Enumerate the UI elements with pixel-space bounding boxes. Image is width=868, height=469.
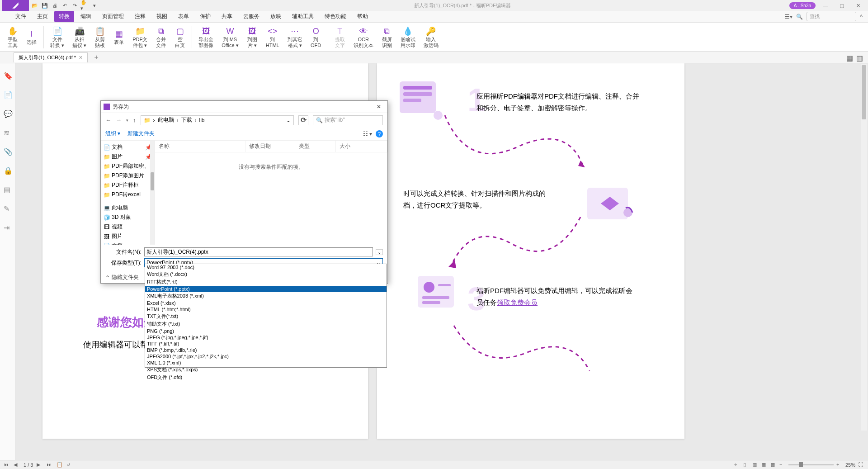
zoom-out-icon[interactable]: − [779,462,786,468]
sb-prev-icon[interactable]: ◀ [14,462,20,468]
ribbon-合并文件[interactable]: ⧉合并 文件 [152,24,170,49]
format-option[interactable]: XPS文档 (*.xps,*.oxps) [145,366,387,374]
ribbon-表单[interactable]: ▦表单 [110,27,128,47]
ribbon-collapse-icon[interactable]: ^ [860,14,863,20]
ribbon-截屏识别[interactable]: ⧉截屏 识别 [378,24,396,49]
ribbon-options-icon[interactable]: ☰▾ [785,14,793,20]
filename-input[interactable] [144,247,373,256]
ribbon-从剪贴板[interactable]: 📋从剪 贴板 [91,24,109,49]
format-option[interactable]: Word文档 (*.docx) [145,270,387,278]
free-member-link[interactable]: 领取免费会员 [497,298,538,306]
column-date[interactable]: 修改日期 [245,141,295,152]
attachments-icon[interactable]: 📎 [4,147,12,156]
menu-转换[interactable]: 转换 [54,11,74,22]
ribbon-手型工具[interactable]: ✋手型 工具 [4,24,22,49]
tree-图片[interactable]: 🖼图片 [102,232,154,241]
nav-back-icon[interactable]: ← [105,117,111,123]
help-icon[interactable]: ? [376,130,383,137]
comments-icon[interactable]: 💬 [4,109,12,118]
format-option[interactable]: XML 1.0 (*.xml) [145,360,387,366]
format-option[interactable]: XML电子表格2003 (*.xml) [145,292,387,300]
format-option[interactable]: BMP (*.bmp,*.dib,*.rle) [145,347,387,353]
security-icon[interactable]: 🔒 [4,166,12,175]
qat-save-icon[interactable]: 💾 [41,1,49,9]
path-dropdown-icon[interactable]: ⌄ [286,117,291,123]
ribbon-导出全部图像[interactable]: 🖼导出全 部图像 [195,24,217,49]
nav-up-icon[interactable]: ↑ [133,117,136,123]
view-options-icon[interactable]: ☷ ▾ [363,131,372,137]
ribbon-空白页[interactable]: ▢空 白页 [171,24,189,49]
ribbon-OCR识别文本[interactable]: 👁OCR 识别文本 [350,24,377,49]
menu-页面管理[interactable]: 页面管理 [98,11,128,22]
sb-cursor-icon[interactable]: ⌖ [734,462,741,468]
dialog-search-input[interactable]: 🔍 搜索"lib" [313,115,383,125]
ribbon-PDF文件包[interactable]: 📁PDF文 件包 ▾ [129,24,151,49]
format-option[interactable]: Word 97-2003 (*.doc) [145,264,387,270]
tree-PDF添加图片[interactable]: 📁PDF添加图片 [102,171,154,180]
maximize-button[interactable]: ▢ [835,1,848,10]
qat-redo-icon[interactable]: ↷ [71,1,79,9]
format-option[interactable]: PNG (*.png) [145,328,387,334]
view-mode-single-icon[interactable]: ▥ [856,54,863,61]
hide-folders-button[interactable]: 隐藏文件夹 [112,274,139,281]
tree-PDF注释框[interactable]: 📁PDF注释框 [102,180,154,190]
menu-主页[interactable]: 主页 [33,11,52,22]
tree-图片[interactable]: 📁图片📌 [102,152,154,161]
menu-辅助工具[interactable]: 辅助工具 [288,11,318,22]
tree-PDF局部加密、P[interactable]: 📁PDF局部加密、P [102,161,154,171]
page-indicator[interactable]: 1 / 3 [24,462,33,468]
organize-button[interactable]: 组织 ▾ [105,130,120,137]
ribbon-提取文字[interactable]: T提取 文字 [331,24,349,49]
tree-文档[interactable]: 📄文档 [102,241,154,245]
view-single-icon[interactable]: ▯ [743,462,750,468]
format-option[interactable]: TXT文件(*.txt) [145,313,387,320]
tree-scrollbar[interactable] [150,141,155,245]
filename-dropdown-icon[interactable]: ⌄ [376,249,383,255]
ribbon-输入激活码[interactable]: 🔑输入 激活码 [420,24,442,49]
zoom-value[interactable]: 25% [845,462,855,468]
tree-此电脑[interactable]: 💻此电脑 [102,203,154,213]
close-button[interactable]: ✕ [852,1,864,10]
sb-first-icon[interactable]: ⏮ [4,462,10,468]
menu-云服务[interactable]: 云服务 [239,11,264,22]
pages-icon[interactable]: 📄 [4,90,12,99]
format-option[interactable]: HTML (*.htm;*.html) [145,306,387,313]
format-option[interactable]: JPEG2000 (*.jpf,*.jpx,*.jp2,*.j2k,*.jpc) [145,353,387,360]
menu-放映[interactable]: 放映 [266,11,286,22]
menu-保护[interactable]: 保护 [195,11,215,22]
dialog-close-button[interactable]: ✕ [373,103,385,111]
search-input[interactable]: 查找 [807,12,856,21]
menu-表单[interactable]: 表单 [174,11,193,22]
ribbon-从扫描仪[interactable]: 📠从扫 描仪 ▾ [69,24,90,49]
format-option[interactable]: TIFF (*.tiff,*.tif) [145,341,387,347]
ribbon-到HTML[interactable]: <>到 HTML [262,24,283,49]
sb-clipboard-icon[interactable]: 📋 [57,462,63,468]
vertical-scrollbar[interactable] [861,64,867,431]
view-mode-grid-icon[interactable]: ▦ [846,54,854,61]
bookmark-icon[interactable]: 🔖 [4,71,12,80]
format-option[interactable]: 辅助文本 (*.txt) [145,320,387,328]
menu-文件[interactable]: 文件 [11,11,31,22]
view-continuous-icon[interactable]: ▥ [752,462,759,468]
new-folder-button[interactable]: 新建文件夹 [127,130,155,137]
document-tab[interactable]: 新人引导(1)_OCR(4).pdf * ✕ [14,52,88,62]
tree-文档[interactable]: 📄文档📌 [102,142,154,152]
ribbon-文件转换[interactable]: 📄文件 转换 ▾ [47,24,68,49]
ribbon-到MSOffice[interactable]: W到 MS Office ▾ [218,24,242,49]
format-option[interactable]: RTF格式(*.rtf) [145,278,387,286]
qat-hand-icon[interactable]: ✋▾ [80,1,89,9]
sb-next-icon[interactable]: ▶ [37,462,43,468]
qat-print-icon[interactable]: 🖨 [51,1,59,9]
layers-icon[interactable]: ≋ [4,128,12,137]
tree-PDF转excel[interactable]: 📁PDF转excel [102,190,154,199]
ribbon-选择[interactable]: I选择 [23,27,41,47]
format-option[interactable]: JPEG (*.jpg,*.jpeg,*.jpe,*.jif) [145,334,387,341]
add-tab-button[interactable]: + [92,53,100,62]
nav-recent-dropdown[interactable]: ▾ [126,118,128,123]
qat-more-icon[interactable]: ▾ [90,1,99,9]
nav-forward-icon[interactable]: → [116,117,122,123]
address-bar[interactable]: 📁 › 此电脑› 下载› lib ⌄ [141,115,294,125]
sb-last-icon[interactable]: ⏭ [47,462,53,468]
fullscreen-icon[interactable]: ⛶ [858,462,864,468]
menu-视图[interactable]: 视图 [152,11,172,22]
